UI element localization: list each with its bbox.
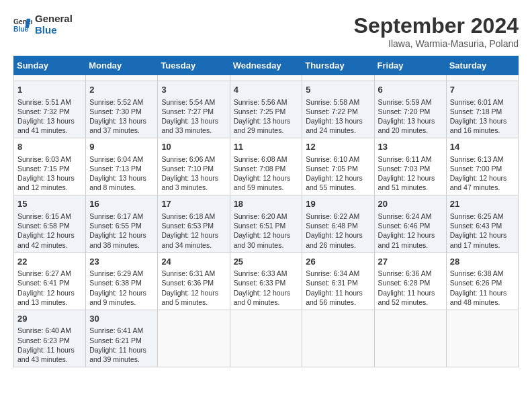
day-number: 23	[89, 256, 154, 268]
day-info: Sunrise: 6:03 AMSunset: 7:15 PMDaylight:…	[17, 154, 82, 193]
calendar-cell	[446, 75, 518, 81]
logo-icon: General Blue	[13, 15, 32, 34]
calendar-cell	[230, 310, 302, 367]
calendar-cell: 20Sunrise: 6:24 AMSunset: 6:46 PMDayligh…	[374, 195, 446, 253]
calendar-cell: 11Sunrise: 6:08 AMSunset: 7:08 PMDayligh…	[230, 138, 302, 195]
calendar-week-row: 1Sunrise: 5:51 AMSunset: 7:32 PMDaylight…	[14, 81, 519, 138]
day-info: Sunrise: 5:56 AMSunset: 7:25 PMDaylight:…	[234, 97, 299, 136]
day-number: 17	[161, 198, 226, 210]
day-info: Sunrise: 6:41 AMSunset: 6:21 PMDaylight:…	[89, 326, 154, 364]
day-info: Sunrise: 6:04 AMSunset: 7:13 PMDaylight:…	[89, 154, 154, 193]
calendar-cell: 21Sunrise: 6:25 AMSunset: 6:43 PMDayligh…	[446, 195, 518, 253]
calendar-week-row	[14, 75, 519, 81]
calendar-cell: 30Sunrise: 6:41 AMSunset: 6:21 PMDayligh…	[86, 310, 158, 367]
day-info: Sunrise: 6:17 AMSunset: 6:55 PMDaylight:…	[89, 212, 154, 250]
day-info: Sunrise: 6:34 AMSunset: 6:31 PMDaylight:…	[306, 269, 370, 307]
calendar-cell	[302, 310, 374, 367]
day-info: Sunrise: 6:40 AMSunset: 6:23 PMDaylight:…	[17, 326, 82, 364]
day-info: Sunrise: 5:51 AMSunset: 7:32 PMDaylight:…	[17, 97, 82, 136]
day-number: 2	[89, 84, 154, 96]
day-number: 22	[17, 256, 82, 268]
day-info: Sunrise: 5:54 AMSunset: 7:27 PMDaylight:…	[161, 97, 226, 136]
day-number: 29	[17, 313, 82, 325]
calendar-cell	[158, 310, 230, 367]
day-info: Sunrise: 5:58 AMSunset: 7:22 PMDaylight:…	[306, 97, 370, 136]
logo-line1: General	[35, 13, 73, 25]
calendar-cell: 25Sunrise: 6:33 AMSunset: 6:33 PMDayligh…	[230, 253, 302, 310]
calendar-cell: 7Sunrise: 6:01 AMSunset: 7:18 PMDaylight…	[446, 81, 518, 138]
day-info: Sunrise: 6:27 AMSunset: 6:41 PMDaylight:…	[17, 269, 82, 307]
calendar-cell: 2Sunrise: 5:52 AMSunset: 7:30 PMDaylight…	[86, 81, 158, 138]
day-of-week-header: Saturday	[446, 56, 518, 75]
day-number: 6	[378, 84, 443, 96]
calendar-cell	[158, 75, 230, 81]
day-number: 10	[161, 141, 226, 153]
calendar-cell: 13Sunrise: 6:11 AMSunset: 7:03 PMDayligh…	[374, 138, 446, 195]
day-info: Sunrise: 6:20 AMSunset: 6:51 PMDaylight:…	[234, 212, 299, 250]
page-header: General Blue General Blue September 2024…	[13, 13, 519, 49]
day-info: Sunrise: 6:24 AMSunset: 6:46 PMDaylight:…	[378, 212, 443, 250]
day-info: Sunrise: 6:36 AMSunset: 6:28 PMDaylight:…	[378, 269, 443, 307]
calendar-cell	[14, 75, 86, 81]
day-info: Sunrise: 6:08 AMSunset: 7:08 PMDaylight:…	[234, 154, 299, 193]
logo-text-block: General Blue	[35, 13, 73, 36]
day-of-week-header: Tuesday	[158, 56, 230, 75]
day-info: Sunrise: 5:59 AMSunset: 7:20 PMDaylight:…	[378, 97, 443, 136]
calendar-cell: 8Sunrise: 6:03 AMSunset: 7:15 PMDaylight…	[14, 138, 86, 195]
day-info: Sunrise: 6:22 AMSunset: 6:48 PMDaylight:…	[306, 212, 370, 250]
day-number: 4	[234, 84, 299, 96]
calendar-week-row: 22Sunrise: 6:27 AMSunset: 6:41 PMDayligh…	[14, 253, 519, 310]
calendar-cell: 24Sunrise: 6:31 AMSunset: 6:36 PMDayligh…	[158, 253, 230, 310]
calendar-cell: 5Sunrise: 5:58 AMSunset: 7:22 PMDaylight…	[302, 81, 374, 138]
day-of-week-header: Sunday	[14, 56, 86, 75]
calendar-cell	[230, 75, 302, 81]
calendar-cell: 28Sunrise: 6:38 AMSunset: 6:26 PMDayligh…	[446, 253, 518, 310]
calendar-cell: 10Sunrise: 6:06 AMSunset: 7:10 PMDayligh…	[158, 138, 230, 195]
day-info: Sunrise: 6:38 AMSunset: 6:26 PMDaylight:…	[450, 269, 515, 307]
calendar-cell: 4Sunrise: 5:56 AMSunset: 7:25 PMDaylight…	[230, 81, 302, 138]
day-of-week-header: Monday	[86, 56, 158, 75]
calendar-cell: 23Sunrise: 6:29 AMSunset: 6:38 PMDayligh…	[86, 253, 158, 310]
logo: General Blue General Blue	[13, 13, 73, 36]
day-number: 21	[450, 198, 515, 210]
calendar-cell: 27Sunrise: 6:36 AMSunset: 6:28 PMDayligh…	[374, 253, 446, 310]
day-of-week-header: Thursday	[302, 56, 374, 75]
day-info: Sunrise: 6:11 AMSunset: 7:03 PMDaylight:…	[378, 154, 443, 193]
day-number: 20	[378, 198, 443, 210]
day-info: Sunrise: 6:13 AMSunset: 7:00 PMDaylight:…	[450, 154, 515, 193]
calendar-week-row: 29Sunrise: 6:40 AMSunset: 6:23 PMDayligh…	[14, 310, 519, 367]
calendar-cell	[86, 75, 158, 81]
day-info: Sunrise: 6:10 AMSunset: 7:05 PMDaylight:…	[306, 154, 370, 193]
calendar-cell: 18Sunrise: 6:20 AMSunset: 6:51 PMDayligh…	[230, 195, 302, 253]
day-info: Sunrise: 6:31 AMSunset: 6:36 PMDaylight:…	[161, 269, 226, 307]
day-number: 12	[306, 141, 370, 153]
title-block: September 2024 Ilawa, Warmia-Masuria, Po…	[354, 13, 519, 49]
calendar-cell: 15Sunrise: 6:15 AMSunset: 6:58 PMDayligh…	[14, 195, 86, 253]
month-title: September 2024	[354, 13, 519, 38]
day-number: 15	[17, 198, 82, 210]
calendar-cell	[302, 75, 374, 81]
calendar-cell: 12Sunrise: 6:10 AMSunset: 7:05 PMDayligh…	[302, 138, 374, 195]
day-number: 25	[234, 256, 299, 268]
day-number: 24	[161, 256, 226, 268]
day-number: 16	[89, 198, 154, 210]
calendar-cell: 6Sunrise: 5:59 AMSunset: 7:20 PMDaylight…	[374, 81, 446, 138]
day-info: Sunrise: 6:01 AMSunset: 7:18 PMDaylight:…	[450, 97, 515, 136]
day-number: 14	[450, 141, 515, 153]
day-info: Sunrise: 6:25 AMSunset: 6:43 PMDaylight:…	[450, 212, 515, 250]
calendar-cell: 29Sunrise: 6:40 AMSunset: 6:23 PMDayligh…	[14, 310, 86, 367]
logo-line2: Blue	[35, 25, 73, 36]
calendar-cell: 17Sunrise: 6:18 AMSunset: 6:53 PMDayligh…	[158, 195, 230, 253]
day-info: Sunrise: 6:33 AMSunset: 6:33 PMDaylight:…	[234, 269, 299, 307]
day-number: 19	[306, 198, 370, 210]
calendar-cell: 3Sunrise: 5:54 AMSunset: 7:27 PMDaylight…	[158, 81, 230, 138]
day-number: 26	[306, 256, 370, 268]
day-info: Sunrise: 6:15 AMSunset: 6:58 PMDaylight:…	[17, 212, 82, 250]
day-number: 27	[378, 256, 443, 268]
calendar-cell: 16Sunrise: 6:17 AMSunset: 6:55 PMDayligh…	[86, 195, 158, 253]
calendar-cell: 19Sunrise: 6:22 AMSunset: 6:48 PMDayligh…	[302, 195, 374, 253]
day-number: 28	[450, 256, 515, 268]
calendar-week-row: 8Sunrise: 6:03 AMSunset: 7:15 PMDaylight…	[14, 138, 519, 195]
day-number: 3	[161, 84, 226, 96]
calendar-cell: 22Sunrise: 6:27 AMSunset: 6:41 PMDayligh…	[14, 253, 86, 310]
